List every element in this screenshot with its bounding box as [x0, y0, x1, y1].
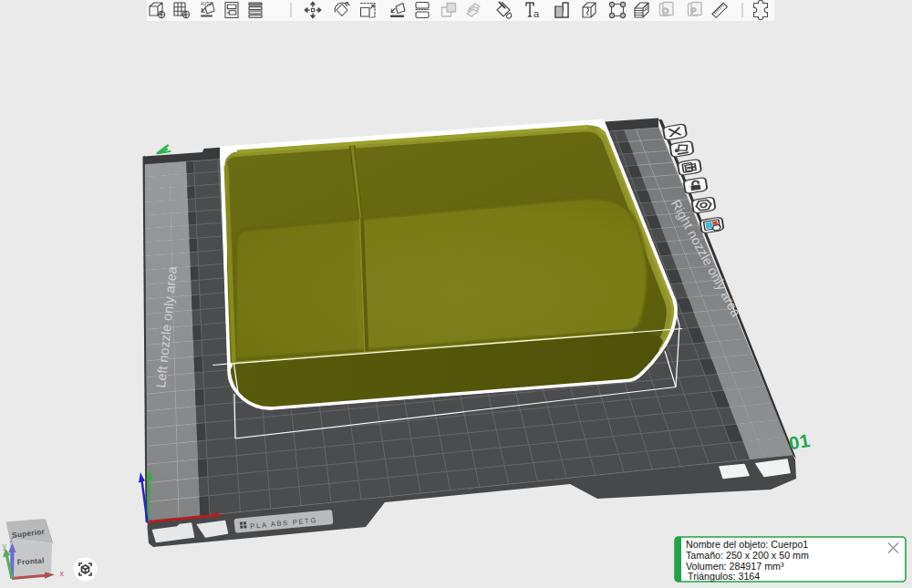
svg-text:x: x	[60, 569, 65, 578]
svg-text:O: O	[662, 6, 668, 15]
svg-text:a: a	[534, 8, 540, 19]
svg-text:Nombre del objeto: Cuerpo1: Nombre del objeto: Cuerpo1	[686, 539, 808, 550]
svg-text:Tamaño: 250 x 200 x 50 mm: Tamaño: 250 x 200 x 50 mm	[686, 550, 809, 561]
svg-text:Volumen: 284917 mm³: Volumen: 284917 mm³	[686, 561, 784, 572]
svg-text:Triángulos: 3164: Triángulos: 3164	[688, 571, 760, 582]
svg-text:z: z	[10, 535, 15, 544]
svg-text:y: y	[3, 542, 7, 551]
svg-text:P: P	[690, 6, 696, 15]
svg-text:01: 01	[787, 430, 812, 454]
svg-text:AUTO: AUTO	[201, 2, 212, 6]
